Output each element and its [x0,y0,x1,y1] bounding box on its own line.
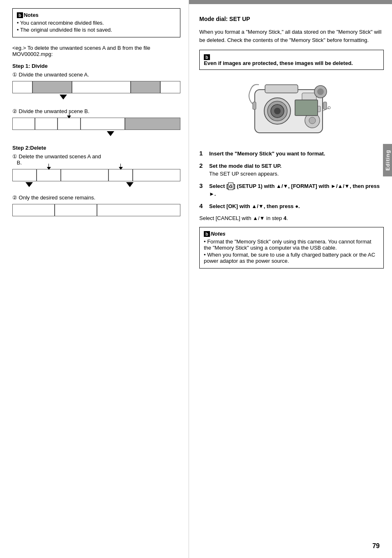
notes2-title: bNotes [204,231,379,237]
step-item-1: 1 Insert the "Memory Stick" you want to … [199,150,384,158]
notes-box-bottom: bNotes Format the "Memory Stick" only us… [199,227,384,269]
notes2-item-2: When you format, be sure to use a fully … [204,252,379,264]
warning-text: Even if images are protected, these imag… [204,60,379,66]
step-item-2: 2 Set the mode dial to SET UP. The SET U… [199,162,384,178]
note-icon: b [17,12,23,18]
cancel-note: Select [CANCEL] with ▲/▼ in step 4. [199,215,384,221]
notes-box-top: bNotes You cannot recombine divided file… [12,8,180,37]
notes2-list: Format the "Memory Stick" only using thi… [204,238,379,264]
numbered-steps: 1 Insert the "Memory Stick" you want to … [199,150,384,210]
diagram-step1-sub1 [12,81,180,101]
page-number: 79 [372,542,380,550]
svg-rect-15 [253,102,256,109]
svg-point-5 [274,108,281,114]
mode-dial-title: Mode dial: SET UP [199,16,384,22]
intro-text: <eg.> To delete the unwanted scenes A an… [12,45,180,57]
diagram-step2-sub1 [12,169,180,187]
right-column: Mode dial: SET UP When you format a "Mem… [189,0,392,558]
notes2-item-1: Format the "Memory Stick" only using thi… [204,238,379,251]
warning-icon: b [204,54,210,60]
step1-sub2: ② Divide the unwanted scene B. [12,108,180,114]
editing-tab: Editing [383,144,392,176]
note-icon-2: b [204,231,210,237]
step1-sub1: ① Divide the unwanted scene A. [12,72,180,78]
mode-intro: When you format a "Memory Stick," all da… [199,28,384,44]
step1-heading: Step 1: Divide [12,63,180,69]
diagram-step2-sub2 [12,204,180,216]
step2-sub2: ② Only the desired scene remains. [12,194,180,201]
notes-item-1: You cannot recombine divided files. [17,20,176,26]
diagram-step1-sub2 [12,118,180,137]
warning-box: b Even if images are protected, these im… [199,50,384,70]
svg-rect-1 [265,85,298,93]
camera-illustration-container [199,77,384,142]
step-item-3: 3 Select [⎙] (SETUP 1) with ▲/▼, [FORMAT… [199,182,384,198]
notes-item-2: The original undivided file is not saved… [17,27,176,33]
svg-point-14 [328,107,330,109]
camera-svg [249,77,335,141]
step2-heading: Step 2:Delete [12,145,180,151]
svg-point-12 [309,117,316,124]
step-item-4: 4 Select [OK] with ▲/▼, then press ●. [199,202,384,211]
notes-list: You cannot recombine divided files. The … [17,20,176,33]
svg-rect-16 [323,102,327,109]
left-column: bNotes You cannot recombine divided file… [0,0,189,558]
top-bar [189,0,392,4]
svg-rect-17 [295,100,318,116]
step2-sub1: ① Delete the unwanted scenes A and B. [12,153,180,166]
notes-title: bNotes [17,12,176,18]
svg-point-8 [317,88,324,95]
